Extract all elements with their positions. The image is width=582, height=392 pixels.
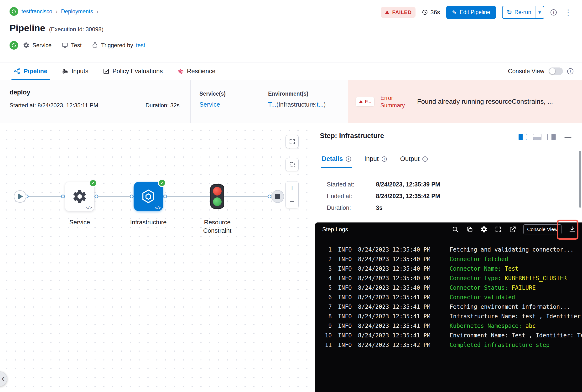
gear-icon: [72, 189, 87, 204]
pipeline-start-node[interactable]: [14, 190, 26, 203]
marquee-select-button[interactable]: [286, 158, 299, 171]
services-label: Service(s): [199, 90, 226, 97]
stage-summary: deploy Started at: 8/24/2023, 12:35:11 P…: [0, 80, 582, 123]
services-column: Service(s) Service: [199, 90, 226, 108]
detail-row: Started at: 8/24/2023, 12:35:39 PM: [327, 178, 440, 190]
toggle-knob: [549, 68, 555, 74]
node-service[interactable]: </>: [65, 182, 95, 211]
download-icon[interactable]: [569, 226, 576, 233]
node-infrastructure[interactable]: </>: [134, 182, 163, 211]
tab-policy-evaluations[interactable]: Policy Evaluations: [96, 62, 170, 80]
trigger-user-link[interactable]: test: [136, 42, 145, 49]
node-resource-constraint[interactable]: [210, 184, 224, 209]
started-at-value: 8/24/2023, 12:35:39 PM: [376, 181, 440, 188]
warning-icon: [384, 10, 390, 15]
breadcrumb: testfrancisco Deployments: [10, 7, 99, 16]
breadcrumb-project-link[interactable]: testfrancisco: [22, 8, 52, 15]
tab-inputs[interactable]: Inputs: [55, 62, 96, 80]
chevron-down-icon[interactable]: [535, 6, 544, 18]
minimize-icon[interactable]: [564, 137, 571, 138]
env-part: T...: [268, 101, 276, 108]
content: </> Service </> Infrastructure Resource …: [0, 123, 582, 392]
edge-dot: [130, 194, 134, 198]
total-duration-value: 36s: [430, 9, 440, 16]
external-link-icon[interactable]: [509, 226, 516, 233]
header-actions: FAILED 36s Edit Pipeline Re-run: [381, 6, 573, 19]
logs-console-view-button[interactable]: Console View: [523, 224, 561, 234]
inputs-icon: [62, 68, 69, 75]
edge-dot: [95, 194, 98, 198]
layout-bottom-icon[interactable]: [533, 134, 541, 140]
search-icon[interactable]: [452, 226, 459, 233]
settings-gear-icon[interactable]: [480, 226, 487, 233]
tab-details[interactable]: Details: [322, 150, 351, 168]
pipeline-end-node[interactable]: [271, 190, 284, 203]
tab-input-label: Input: [364, 155, 379, 162]
error-summary-area: F... Error Summary Found already running…: [348, 80, 582, 123]
chevron-separator: [56, 8, 58, 15]
scrollbar-thumb[interactable]: [579, 151, 581, 208]
success-check-icon: [158, 179, 166, 187]
warning-icon: [359, 100, 363, 104]
logs-toolbar: Console View: [452, 224, 576, 234]
tab-input[interactable]: Input: [364, 150, 387, 168]
error-summary-label: Error Summary: [380, 94, 411, 109]
tab-pipeline-label: Pipeline: [24, 68, 48, 75]
duration-value: 3s: [376, 204, 383, 211]
deployments-module-icon: [10, 41, 18, 50]
stopwatch-icon: [92, 42, 98, 49]
resilience-icon: [177, 68, 184, 75]
fit-to-screen-button[interactable]: [286, 135, 299, 148]
tab-pipeline[interactable]: Pipeline: [7, 62, 55, 80]
breadcrumb-deployments-link[interactable]: Deployments: [61, 8, 93, 15]
zoom-in-button[interactable]: [286, 182, 298, 195]
environments-label: Environment(s): [268, 90, 326, 97]
log-line: 6INFO8/24/2023 12:35:41 PMConnector vali…: [318, 292, 582, 302]
tab-resilience[interactable]: Resilience: [170, 62, 223, 80]
node-label: Infrastructure: [122, 218, 175, 226]
play-icon: [18, 194, 23, 199]
copy-icon[interactable]: [466, 226, 473, 233]
info-icon[interactable]: [422, 156, 428, 162]
duration-label: Duration:: [327, 204, 376, 211]
layout-right-icon[interactable]: [547, 134, 556, 140]
edge: [224, 196, 270, 197]
console-view-control: Console View: [508, 62, 573, 80]
edge-dot: [163, 194, 167, 198]
code-icon: </>: [155, 206, 161, 210]
log-line: 8INFO8/24/2023 12:35:41 PMInfrastructure…: [318, 312, 582, 321]
console-view-label: Console View: [508, 68, 544, 75]
error-chip: F...: [356, 97, 374, 106]
environments-link[interactable]: T...(Infrastructure:t...): [268, 101, 326, 108]
info-icon[interactable]: [382, 156, 387, 162]
status-badge-label: FAILED: [392, 9, 411, 16]
stop-icon: [275, 194, 280, 199]
collapse-panel-chevron[interactable]: [0, 372, 7, 386]
edit-pipeline-button[interactable]: Edit Pipeline: [446, 6, 496, 19]
env-part: ): [324, 101, 326, 108]
environments-column: Environment(s) T...(Infrastructure:t...): [268, 90, 326, 108]
tab-inputs-label: Inputs: [72, 68, 89, 75]
code-icon: </>: [86, 206, 92, 210]
kebab-menu-icon[interactable]: [563, 8, 573, 16]
info-icon[interactable]: [550, 9, 557, 16]
zoom-out-button[interactable]: [286, 195, 298, 208]
step-details-panel: Step: Infrastructure Details Input Outpu…: [310, 123, 582, 392]
page-title: Pipeline: [10, 23, 45, 34]
console-view-toggle[interactable]: [548, 68, 563, 75]
rerun-button[interactable]: Re-run: [502, 6, 544, 19]
ended-at-label: Ended at:: [327, 193, 376, 200]
node-label: Service: [54, 218, 106, 226]
chevron-separator: [96, 8, 99, 15]
gear-icon: [23, 42, 30, 49]
info-icon[interactable]: [346, 156, 351, 162]
info-icon[interactable]: [567, 68, 573, 74]
services-link[interactable]: Service: [199, 101, 226, 108]
tab-output[interactable]: Output: [400, 150, 428, 168]
refresh-icon: [507, 8, 512, 16]
traffic-light-red: [213, 187, 222, 196]
layout-split-icon[interactable]: [518, 134, 527, 140]
log-line: 3INFO8/24/2023 12:35:40 PMConnector Name…: [318, 264, 582, 274]
button-divider: [535, 6, 535, 18]
fullscreen-icon[interactable]: [495, 226, 502, 233]
